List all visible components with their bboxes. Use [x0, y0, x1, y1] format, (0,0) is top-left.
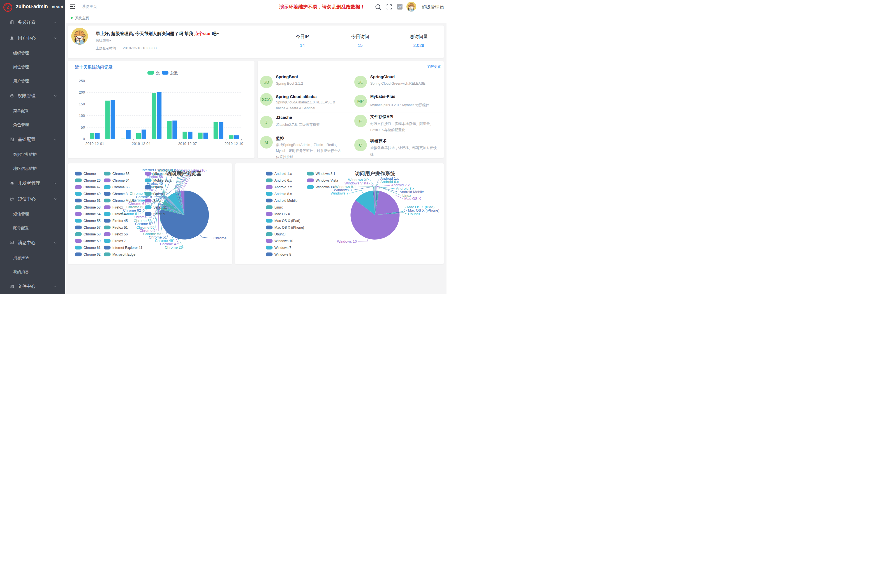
- svg-text:文: 文: [400, 5, 403, 7]
- svg-text:Chrome 53: Chrome 53: [84, 205, 101, 209]
- svg-text:Firefox 56: Firefox 56: [113, 232, 128, 236]
- svg-text:Chrome 49: Chrome 49: [84, 192, 101, 196]
- svg-text:Chrome 61: Chrome 61: [84, 246, 101, 250]
- svg-text:Chrome 8: Chrome 8: [113, 192, 128, 196]
- svg-text:Microsoft Edge (16): Microsoft Edge (16): [153, 172, 183, 176]
- svg-text:Windows Vista: Windows Vista: [316, 179, 338, 182]
- svg-text:0: 0: [83, 137, 85, 141]
- svg-text:近十天系统访问记录: 近十天系统访问记录: [75, 65, 113, 69]
- svg-text:Linux: Linux: [274, 205, 283, 209]
- svg-text:Safari: Safari: [153, 199, 162, 203]
- svg-text:100: 100: [79, 113, 85, 118]
- svg-text:Firefox 42: Firefox 42: [113, 212, 128, 216]
- svg-text:Mobile Safari: Mobile Safari: [153, 179, 173, 182]
- svg-text:Chrome: Chrome: [213, 236, 227, 240]
- svg-text:Opera 12: Opera 12: [153, 192, 168, 196]
- svg-text:Firefox 51: Firefox 51: [113, 226, 128, 230]
- svg-text:Chrome 55: Chrome 55: [84, 219, 101, 223]
- svg-text:2019-12-10: 2019-12-10: [224, 141, 243, 146]
- svg-text:Chrome: Chrome: [84, 172, 96, 176]
- svg-text:Windows 8.1: Windows 8.1: [316, 172, 335, 176]
- svg-text:Chrome 57: Chrome 57: [84, 226, 101, 230]
- svg-text:Firefox: Firefox: [113, 205, 123, 209]
- svg-text:Chrome 63: Chrome 63: [113, 172, 129, 176]
- svg-text:Internet Explorer 11: Internet Explorer 11: [113, 246, 142, 250]
- svg-text:Mac OS X: Mac OS X: [274, 212, 290, 216]
- svg-text:Chrome 47: Chrome 47: [84, 185, 101, 189]
- svg-text:150: 150: [79, 102, 85, 106]
- svg-text:Chrome 64: Chrome 64: [113, 179, 129, 182]
- svg-text:50: 50: [81, 125, 85, 129]
- svg-text:Ubuntu: Ubuntu: [408, 212, 419, 216]
- svg-text:Mac OS X (iPhone): Mac OS X (iPhone): [274, 226, 304, 230]
- svg-text:2019-12-01: 2019-12-01: [86, 141, 104, 146]
- svg-text:Android Mobile: Android Mobile: [274, 199, 298, 203]
- svg-text:Chrome 58: Chrome 58: [84, 232, 101, 236]
- svg-text:总数: 总数: [170, 71, 178, 75]
- svg-text:Android 7.x: Android 7.x: [274, 185, 292, 189]
- svg-text:Ubuntu: Ubuntu: [274, 232, 286, 236]
- svg-text:Android 1.x: Android 1.x: [274, 172, 292, 176]
- svg-text:200: 200: [79, 90, 85, 95]
- svg-text:Z: Z: [6, 5, 9, 10]
- svg-text:Chrome Mobile: Chrome Mobile: [113, 199, 136, 203]
- svg-text:Chrome 59: Chrome 59: [84, 239, 101, 243]
- svg-text:Microsoft Edge: Microsoft Edge: [113, 253, 135, 256]
- svg-text:访问用户操作系统: 访问用户操作系统: [355, 170, 395, 176]
- svg-text:Windows 7: Windows 7: [331, 191, 349, 195]
- svg-text:Chrome 65: Chrome 65: [113, 185, 129, 189]
- svg-text:Android 8.x: Android 8.x: [274, 192, 292, 196]
- svg-text:Windows 10: Windows 10: [274, 239, 293, 243]
- svg-text:Chrome 26: Chrome 26: [165, 245, 183, 250]
- svg-text:您: 您: [156, 71, 160, 75]
- svg-text:Chrome 62: Chrome 62: [84, 253, 101, 256]
- svg-text:2019-12-07: 2019-12-07: [178, 141, 197, 146]
- svg-text:Mac OS X (iPad): Mac OS X (iPad): [274, 219, 300, 223]
- svg-text:Windows 8: Windows 8: [274, 253, 291, 256]
- svg-text:Windows 10: Windows 10: [337, 239, 357, 244]
- svg-text:Firefox 7: Firefox 7: [113, 239, 126, 243]
- svg-text:Windows 7: Windows 7: [274, 246, 291, 250]
- svg-text:250: 250: [79, 79, 85, 83]
- svg-text:Firefox 45: Firefox 45: [113, 219, 128, 223]
- svg-text:Chrome 54: Chrome 54: [84, 212, 101, 216]
- svg-text:Safari 11: Safari 11: [153, 205, 167, 209]
- svg-text:Chrome 51: Chrome 51: [84, 199, 101, 203]
- svg-text:Opera: Opera: [153, 185, 163, 189]
- svg-text:Android 6.x: Android 6.x: [274, 179, 292, 182]
- svg-text:Safari 9: Safari 9: [153, 212, 165, 216]
- svg-text:Chrome 26: Chrome 26: [84, 179, 101, 182]
- svg-text:Windows XP: Windows XP: [316, 185, 335, 189]
- svg-text:2019-12-04: 2019-12-04: [132, 141, 150, 146]
- svg-text:Mac OS X: Mac OS X: [404, 197, 421, 201]
